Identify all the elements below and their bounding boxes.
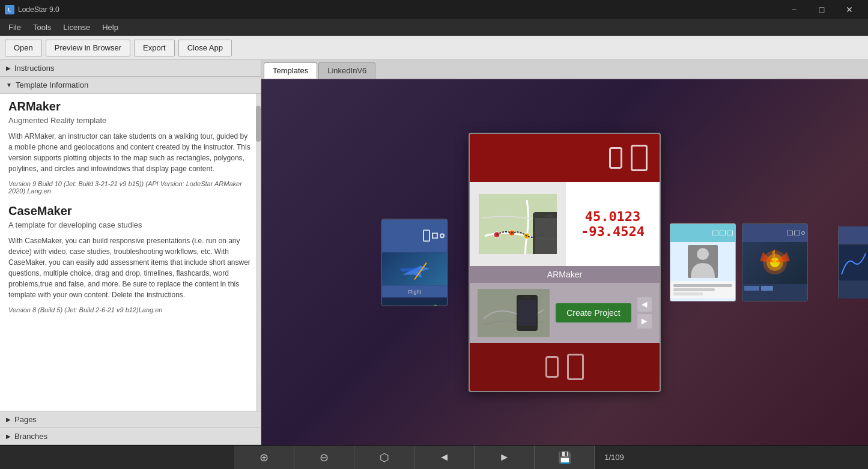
card2-icon3: [801, 231, 805, 235]
titlebar: L LodeStar 9.0 − □ ✕: [0, 0, 868, 19]
instructions-section-header[interactable]: ▶ Instructions: [0, 60, 261, 77]
maximize-button[interactable]: □: [808, 0, 836, 19]
nav-arrows: ◄ ►: [637, 297, 652, 328]
zoom-out-button[interactable]: ⊖: [294, 446, 354, 470]
armaker-map: [470, 182, 566, 266]
far-right-mid: [839, 244, 868, 280]
pages-section-header[interactable]: ▶ Pages: [0, 411, 261, 428]
card-right2-bottom: [742, 284, 807, 301]
branches-section-header[interactable]: ▶ Branches: [0, 428, 261, 445]
armaker-card-footer: [470, 343, 660, 391]
export-button[interactable]: Export: [134, 40, 175, 56]
titlebar-left: L LodeStar 9.0: [5, 5, 59, 14]
casemaker-subtitle: A template for developing case studies: [8, 220, 252, 229]
template-card-right2[interactable]: [742, 223, 808, 301]
card-right2-content: [742, 242, 807, 284]
menu-license[interactable]: License: [57, 20, 96, 34]
armaker-card-middle: 45.0123 -93.4524: [470, 182, 660, 266]
next-page-button[interactable]: ►: [475, 446, 535, 470]
coord-lat: 45.0123: [585, 209, 641, 224]
canvas: Flight: [261, 79, 868, 445]
coord-lon: -93.4524: [581, 224, 645, 239]
template-card-left[interactable]: Flight: [381, 219, 448, 306]
far-right-top: [839, 226, 868, 244]
casemaker-title: CaseMaker: [8, 204, 252, 218]
nav-next-button[interactable]: ►: [637, 314, 652, 328]
open-button[interactable]: Open: [5, 40, 42, 56]
scroll-thumb[interactable]: [256, 106, 261, 142]
bottom-bar1: [744, 286, 759, 291]
icon-sm2: [720, 231, 726, 235]
svg-point-2: [434, 304, 437, 306]
armaker-bottom-map: [478, 289, 550, 337]
branches-label: Branches: [14, 432, 47, 441]
template-info-section-header[interactable]: ▼ Template Information: [0, 77, 261, 94]
next-icon: ►: [499, 451, 510, 464]
circle-icon-mini: [440, 234, 445, 238]
zoom-in-icon: ⊕: [259, 451, 269, 464]
square-icon-mini: [432, 233, 438, 239]
template-info-arrow: ▼: [6, 82, 12, 88]
casemaker-version: Version 8 (Build 5) (Jet: Build 2-6-21 v…: [8, 306, 252, 313]
text-line3: [673, 292, 703, 295]
svg-point-15: [697, 248, 709, 260]
prev-icon: ◄: [439, 451, 450, 464]
template-card-center[interactable]: 45.0123 -93.4524 ARMaker: [469, 133, 661, 392]
minimize-button[interactable]: −: [780, 0, 808, 19]
card-right1-content: [670, 242, 735, 281]
create-project-button[interactable]: Create Project: [556, 303, 631, 322]
menu-help[interactable]: Help: [96, 20, 124, 34]
person-svg: [688, 245, 718, 278]
svg-rect-10: [545, 215, 554, 217]
text-line1: [673, 284, 732, 287]
bottom-bar2: [761, 286, 773, 291]
card2-icon2: [794, 231, 800, 235]
tab-linkedinv6[interactable]: LinkedInV6: [318, 62, 375, 79]
card-left-label: Flight: [382, 285, 447, 297]
scrollbar[interactable]: [256, 94, 261, 411]
icon-sm1: [712, 231, 718, 235]
left-panel: ▶ Instructions ▼ Template Information AR…: [0, 60, 261, 445]
close-window-button[interactable]: ✕: [836, 0, 863, 19]
template-info-label: Template Information: [16, 80, 88, 89]
preview-button[interactable]: Preview in Browser: [46, 40, 130, 56]
template-card-right1[interactable]: [670, 223, 736, 301]
menu-file[interactable]: File: [2, 20, 27, 34]
page-counter: 1/109: [595, 453, 634, 462]
nav-prev-button[interactable]: ◄: [637, 297, 652, 312]
map-svg: [479, 194, 557, 254]
titlebar-controls: − □ ✕: [780, 0, 863, 19]
main-area: ▶ Instructions ▼ Template Information AR…: [0, 60, 868, 445]
explosion-svg: [751, 246, 799, 279]
menu-tools[interactable]: Tools: [27, 20, 57, 34]
toolbar: Open Preview in Browser Export Close App: [0, 36, 868, 60]
card-right1-top: [670, 224, 735, 242]
armaker-card-top: [470, 134, 660, 182]
phone-icon-small: [609, 147, 622, 169]
armaker-name-label: ARMaker: [470, 266, 660, 283]
tab-templates[interactable]: Templates: [264, 62, 317, 79]
save-button[interactable]: 💾: [535, 446, 595, 470]
fit-button[interactable]: ⬡: [354, 446, 414, 470]
armaker-title: ARMaker: [8, 100, 252, 113]
canvas-area: Templates LinkedInV6: [261, 60, 868, 445]
svg-rect-14: [523, 297, 530, 298]
prev-page-button[interactable]: ◄: [414, 446, 475, 470]
fit-icon: ⬡: [380, 451, 389, 464]
casemaker-desc: With CaseMaker, you can build responsive…: [8, 235, 252, 300]
close-app-button[interactable]: Close App: [178, 40, 232, 56]
app-icon: L: [5, 5, 14, 14]
zoom-in-button[interactable]: ⊕: [234, 446, 294, 470]
card-left-bottom: [382, 297, 447, 306]
card-left-image: [382, 252, 447, 285]
card-right1-text: [670, 281, 735, 298]
template-info-content: ARMaker Augmented Reality template With …: [0, 94, 261, 411]
card-left-top: [382, 219, 447, 252]
app-title: LodeStar 9.0: [18, 5, 59, 14]
phone-icon-mini: [423, 230, 430, 242]
card-right2-top: [742, 224, 807, 242]
flight-graphic: [396, 257, 432, 281]
card2-icon1: [787, 231, 793, 235]
flight-map-graphic: [390, 300, 439, 306]
template-card-far-right[interactable]: [838, 226, 868, 298]
